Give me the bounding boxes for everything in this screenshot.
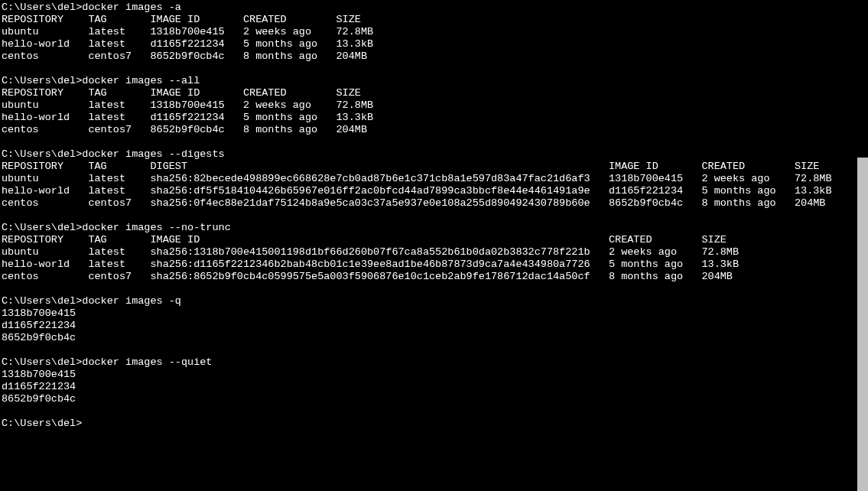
scrollbar[interactable] [857, 0, 868, 491]
scrollbar-thumb[interactable] [857, 158, 868, 491]
terminal-output[interactable]: C:\Users\del>docker images -a REPOSITORY… [0, 0, 857, 491]
